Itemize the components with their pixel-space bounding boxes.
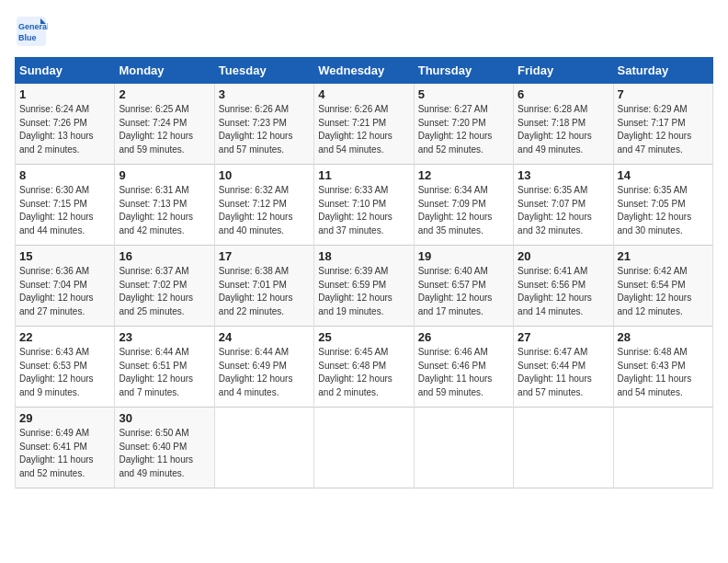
- day-cell: 8Sunrise: 6:30 AMSunset: 7:15 PMDaylight…: [16, 165, 115, 246]
- day-number: 6: [518, 87, 609, 101]
- day-info: Sunrise: 6:47 AMSunset: 6:44 PMDaylight:…: [518, 346, 609, 399]
- day-info: Sunrise: 6:34 AMSunset: 7:09 PMDaylight:…: [418, 184, 509, 237]
- page-header: General Blue: [15, 15, 713, 48]
- svg-text:Blue: Blue: [18, 33, 37, 42]
- day-number: 25: [318, 330, 409, 344]
- day-cell: 19Sunrise: 6:40 AMSunset: 6:57 PMDayligh…: [414, 246, 513, 327]
- day-number: 23: [119, 330, 210, 344]
- logo: General Blue: [15, 15, 48, 48]
- day-cell: 27Sunrise: 6:47 AMSunset: 6:44 PMDayligh…: [514, 327, 613, 408]
- day-number: 7: [618, 87, 709, 101]
- day-cell: 4Sunrise: 6:26 AMSunset: 7:21 PMDaylight…: [314, 84, 414, 165]
- day-cell: 17Sunrise: 6:38 AMSunset: 7:01 PMDayligh…: [214, 246, 313, 327]
- day-cell: 11Sunrise: 6:33 AMSunset: 7:10 PMDayligh…: [314, 165, 414, 246]
- day-info: Sunrise: 6:32 AMSunset: 7:12 PMDaylight:…: [219, 184, 310, 237]
- day-info: Sunrise: 6:43 AMSunset: 6:53 PMDaylight:…: [19, 346, 110, 399]
- day-number: 20: [518, 249, 609, 263]
- day-number: 15: [19, 249, 110, 263]
- calendar-table: SundayMondayTuesdayWednesdayThursdayFrid…: [15, 57, 713, 488]
- day-number: 22: [19, 330, 110, 344]
- day-info: Sunrise: 6:30 AMSunset: 7:15 PMDaylight:…: [19, 184, 110, 237]
- logo-svg: General Blue: [15, 15, 48, 48]
- day-cell: 7Sunrise: 6:29 AMSunset: 7:17 PMDaylight…: [613, 84, 712, 165]
- day-number: 30: [119, 411, 210, 425]
- weekday-header-sunday: Sunday: [16, 58, 115, 84]
- day-cell: 30Sunrise: 6:50 AMSunset: 6:40 PMDayligh…: [115, 408, 214, 488]
- day-number: 11: [318, 168, 409, 182]
- week-row-2: 8Sunrise: 6:30 AMSunset: 7:15 PMDaylight…: [16, 165, 713, 246]
- day-info: Sunrise: 6:24 AMSunset: 7:26 PMDaylight:…: [19, 103, 110, 156]
- day-cell: 5Sunrise: 6:27 AMSunset: 7:20 PMDaylight…: [414, 84, 513, 165]
- weekday-header-tuesday: Tuesday: [214, 58, 313, 84]
- day-number: 10: [219, 168, 310, 182]
- day-cell: 6Sunrise: 6:28 AMSunset: 7:18 PMDaylight…: [514, 84, 613, 165]
- day-cell: 23Sunrise: 6:44 AMSunset: 6:51 PMDayligh…: [115, 327, 214, 408]
- day-info: Sunrise: 6:31 AMSunset: 7:13 PMDaylight:…: [119, 184, 210, 237]
- day-info: Sunrise: 6:39 AMSunset: 6:59 PMDaylight:…: [318, 265, 409, 318]
- weekday-header-saturday: Saturday: [613, 58, 712, 84]
- day-number: 13: [518, 168, 609, 182]
- day-number: 4: [318, 87, 409, 101]
- day-cell: 25Sunrise: 6:45 AMSunset: 6:48 PMDayligh…: [314, 327, 414, 408]
- day-cell: 2Sunrise: 6:25 AMSunset: 7:24 PMDaylight…: [115, 84, 214, 165]
- day-info: Sunrise: 6:26 AMSunset: 7:23 PMDaylight:…: [219, 103, 310, 156]
- day-info: Sunrise: 6:37 AMSunset: 7:02 PMDaylight:…: [119, 265, 210, 318]
- day-info: Sunrise: 6:40 AMSunset: 6:57 PMDaylight:…: [418, 265, 509, 318]
- day-number: 2: [119, 87, 210, 101]
- day-info: Sunrise: 6:29 AMSunset: 7:17 PMDaylight:…: [618, 103, 709, 156]
- day-cell: 26Sunrise: 6:46 AMSunset: 6:46 PMDayligh…: [414, 327, 513, 408]
- day-number: 1: [19, 87, 110, 101]
- day-cell: 12Sunrise: 6:34 AMSunset: 7:09 PMDayligh…: [414, 165, 513, 246]
- day-info: Sunrise: 6:48 AMSunset: 6:43 PMDaylight:…: [618, 346, 709, 399]
- day-number: 9: [119, 168, 210, 182]
- day-number: 14: [618, 168, 709, 182]
- day-number: 28: [618, 330, 709, 344]
- day-cell: 10Sunrise: 6:32 AMSunset: 7:12 PMDayligh…: [214, 165, 313, 246]
- day-number: 26: [418, 330, 509, 344]
- day-cell: 3Sunrise: 6:26 AMSunset: 7:23 PMDaylight…: [214, 84, 313, 165]
- day-number: 29: [19, 411, 110, 425]
- day-info: Sunrise: 6:33 AMSunset: 7:10 PMDaylight:…: [318, 184, 409, 237]
- day-cell: 13Sunrise: 6:35 AMSunset: 7:07 PMDayligh…: [514, 165, 613, 246]
- weekday-header-wednesday: Wednesday: [314, 58, 414, 84]
- week-row-1: 1Sunrise: 6:24 AMSunset: 7:26 PMDaylight…: [16, 84, 713, 165]
- day-info: Sunrise: 6:36 AMSunset: 7:04 PMDaylight:…: [19, 265, 110, 318]
- day-info: Sunrise: 6:50 AMSunset: 6:40 PMDaylight:…: [119, 427, 210, 480]
- day-number: 3: [219, 87, 310, 101]
- day-info: Sunrise: 6:25 AMSunset: 7:24 PMDaylight:…: [119, 103, 210, 156]
- day-info: Sunrise: 6:46 AMSunset: 6:46 PMDaylight:…: [418, 346, 509, 399]
- day-cell: 15Sunrise: 6:36 AMSunset: 7:04 PMDayligh…: [16, 246, 115, 327]
- day-number: 5: [418, 87, 509, 101]
- day-cell: 22Sunrise: 6:43 AMSunset: 6:53 PMDayligh…: [16, 327, 115, 408]
- day-cell: 29Sunrise: 6:49 AMSunset: 6:41 PMDayligh…: [16, 408, 115, 488]
- day-cell: [613, 408, 712, 488]
- day-cell: 20Sunrise: 6:41 AMSunset: 6:56 PMDayligh…: [514, 246, 613, 327]
- day-cell: 28Sunrise: 6:48 AMSunset: 6:43 PMDayligh…: [613, 327, 712, 408]
- day-number: 8: [19, 168, 110, 182]
- weekday-header-friday: Friday: [514, 58, 613, 84]
- day-info: Sunrise: 6:35 AMSunset: 7:07 PMDaylight:…: [518, 184, 609, 237]
- day-number: 18: [318, 249, 409, 263]
- day-cell: [214, 408, 313, 488]
- day-info: Sunrise: 6:26 AMSunset: 7:21 PMDaylight:…: [318, 103, 409, 156]
- day-cell: [314, 408, 414, 488]
- day-cell: 21Sunrise: 6:42 AMSunset: 6:54 PMDayligh…: [613, 246, 712, 327]
- day-cell: 1Sunrise: 6:24 AMSunset: 7:26 PMDaylight…: [16, 84, 115, 165]
- day-info: Sunrise: 6:49 AMSunset: 6:41 PMDaylight:…: [19, 427, 110, 480]
- day-info: Sunrise: 6:44 AMSunset: 6:51 PMDaylight:…: [119, 346, 210, 399]
- weekday-header-monday: Monday: [115, 58, 214, 84]
- day-info: Sunrise: 6:38 AMSunset: 7:01 PMDaylight:…: [219, 265, 310, 318]
- day-cell: 14Sunrise: 6:35 AMSunset: 7:05 PMDayligh…: [613, 165, 712, 246]
- weekday-header-thursday: Thursday: [414, 58, 513, 84]
- day-cell: 16Sunrise: 6:37 AMSunset: 7:02 PMDayligh…: [115, 246, 214, 327]
- day-number: 12: [418, 168, 509, 182]
- day-info: Sunrise: 6:42 AMSunset: 6:54 PMDaylight:…: [618, 265, 709, 318]
- day-cell: 9Sunrise: 6:31 AMSunset: 7:13 PMDaylight…: [115, 165, 214, 246]
- day-cell: 18Sunrise: 6:39 AMSunset: 6:59 PMDayligh…: [314, 246, 414, 327]
- day-number: 17: [219, 249, 310, 263]
- weekday-header-row: SundayMondayTuesdayWednesdayThursdayFrid…: [16, 58, 713, 84]
- day-cell: [514, 408, 613, 488]
- day-number: 16: [119, 249, 210, 263]
- day-info: Sunrise: 6:45 AMSunset: 6:48 PMDaylight:…: [318, 346, 409, 399]
- day-info: Sunrise: 6:44 AMSunset: 6:49 PMDaylight:…: [219, 346, 310, 399]
